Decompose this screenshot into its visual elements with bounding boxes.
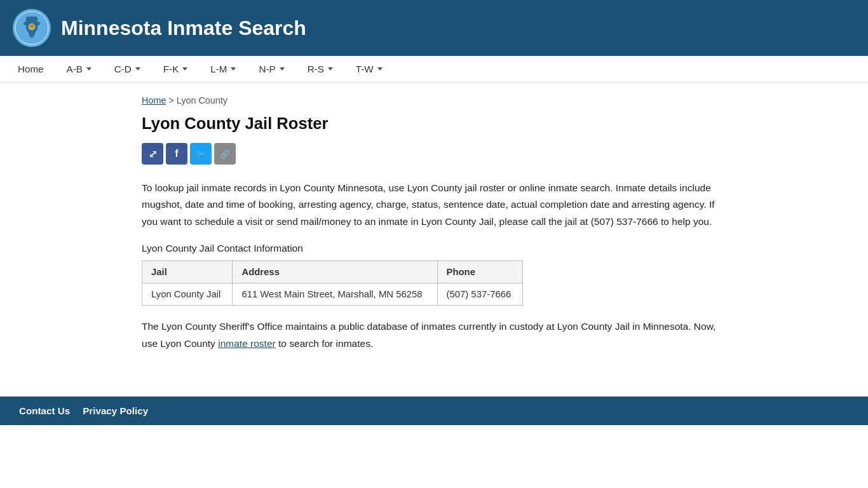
table-cell-address: 611 West Main Street, Marshall, MN 56258 <box>233 283 437 306</box>
chevron-down-icon <box>182 67 187 71</box>
contact-section-label: Lyon County Jail Contact Information <box>142 243 726 254</box>
nav-cd[interactable]: C-D <box>103 56 152 82</box>
page-title: Lyon County Jail Roster <box>142 114 726 133</box>
footer-contact-link[interactable]: Contact Us <box>19 405 70 416</box>
nav-rs[interactable]: R-S <box>296 56 344 82</box>
table-cell-phone: (507) 537-7666 <box>437 283 523 306</box>
table-cell-jail: Lyon County Jail <box>142 283 233 306</box>
main-nav: Home A-B C-D F-K L-M N-P R-S T-W <box>0 56 868 83</box>
svg-point-5 <box>31 25 31 25</box>
second-paragraph: The Lyon County Sheriff's Office maintai… <box>142 318 726 352</box>
copy-link-button[interactable]: 🔗 <box>214 143 236 165</box>
social-share-buttons: ⤢ f 🐦 🔗 <box>142 143 726 165</box>
nav-np[interactable]: N-P <box>247 56 295 82</box>
twitter-share-button[interactable]: 🐦 <box>190 143 212 165</box>
chevron-down-icon <box>86 67 92 71</box>
svg-point-3 <box>29 24 31 26</box>
description-paragraph: To lookup jail inmate records in Lyon Co… <box>142 180 726 230</box>
contact-info-table: Jail Address Phone Lyon County Jail 611 … <box>142 261 523 306</box>
chevron-down-icon <box>280 67 285 71</box>
col-phone: Phone <box>437 261 523 283</box>
col-jail: Jail <box>142 261 233 283</box>
col-address: Address <box>233 261 437 283</box>
nav-lm[interactable]: L-M <box>199 56 247 82</box>
footer-privacy-link[interactable]: Privacy Policy <box>83 405 148 416</box>
table-header-row: Jail Address Phone <box>142 261 523 283</box>
breadcrumb-current: Lyon County <box>177 95 227 105</box>
chevron-down-icon <box>328 67 333 71</box>
nav-home[interactable]: Home <box>6 56 55 82</box>
site-header: Minnesota Inmate Search <box>0 0 868 56</box>
chevron-down-icon <box>231 67 236 71</box>
breadcrumb-separator: > <box>168 95 176 105</box>
site-logo <box>13 9 51 47</box>
table-row: Lyon County Jail 611 West Main Street, M… <box>142 283 523 306</box>
breadcrumb: Home > Lyon County <box>142 95 726 105</box>
share-button[interactable]: ⤢ <box>142 143 163 165</box>
site-title: Minnesota Inmate Search <box>61 17 306 40</box>
nav-fk[interactable]: F-K <box>152 56 199 82</box>
second-para-after: to search for inmates. <box>276 338 374 349</box>
nav-ab[interactable]: A-B <box>55 56 103 82</box>
svg-point-6 <box>32 25 33 25</box>
chevron-down-icon <box>377 67 383 71</box>
chevron-down-icon <box>135 67 140 71</box>
svg-point-4 <box>32 24 34 26</box>
main-content: Home > Lyon County Lyon County Jail Rost… <box>123 83 745 396</box>
breadcrumb-home-link[interactable]: Home <box>142 95 166 105</box>
site-footer: Contact Us Privacy Policy <box>0 396 868 425</box>
nav-tw[interactable]: T-W <box>344 56 394 82</box>
svg-point-7 <box>31 26 33 27</box>
inmate-roster-link[interactable]: inmate roster <box>218 338 276 349</box>
facebook-share-button[interactable]: f <box>166 143 187 165</box>
